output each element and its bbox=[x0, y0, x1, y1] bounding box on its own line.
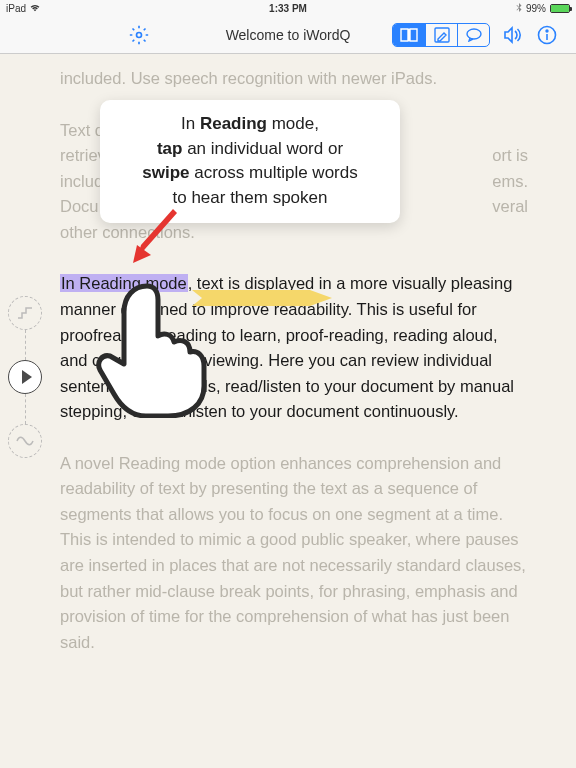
mode-speech-tab[interactable] bbox=[457, 24, 489, 46]
svg-point-0 bbox=[137, 32, 142, 37]
mode-edit-tab[interactable] bbox=[425, 24, 457, 46]
paragraph-active[interactable]: In Reading mode, text is displayed in a … bbox=[60, 271, 528, 424]
battery-percent: 99% bbox=[526, 3, 546, 14]
speech-bubble-icon bbox=[465, 28, 483, 42]
bluetooth-icon bbox=[516, 3, 522, 13]
mode-segmented-control[interactable] bbox=[392, 23, 490, 47]
device-label: iPad bbox=[6, 3, 26, 14]
tutorial-tooltip: In Reading mode, tap an individual word … bbox=[100, 100, 400, 223]
speaker-icon bbox=[503, 26, 523, 44]
paragraph-faded-3: A novel Reading mode option enhances com… bbox=[60, 451, 528, 656]
wifi-icon bbox=[30, 4, 40, 12]
info-button[interactable] bbox=[536, 24, 558, 46]
mode-reading-tab[interactable] bbox=[393, 24, 425, 46]
status-bar: iPad 1:33 PM 99% bbox=[0, 0, 576, 16]
settings-button[interactable] bbox=[128, 24, 150, 46]
speaker-button[interactable] bbox=[502, 24, 524, 46]
info-icon bbox=[537, 25, 557, 45]
battery-icon bbox=[550, 4, 570, 13]
book-icon bbox=[400, 28, 418, 42]
paragraph-faded-1: included. Use speech recognition with ne… bbox=[60, 66, 528, 92]
pencil-square-icon bbox=[434, 27, 450, 43]
svg-point-2 bbox=[467, 29, 481, 39]
highlighted-phrase[interactable]: In Reading mode bbox=[60, 274, 188, 292]
svg-point-4 bbox=[546, 30, 548, 32]
nav-bar: Welcome to iWordQ bbox=[0, 16, 576, 54]
status-time: 1:33 PM bbox=[269, 3, 307, 14]
nav-title: Welcome to iWordQ bbox=[226, 27, 351, 43]
gear-icon bbox=[129, 25, 149, 45]
